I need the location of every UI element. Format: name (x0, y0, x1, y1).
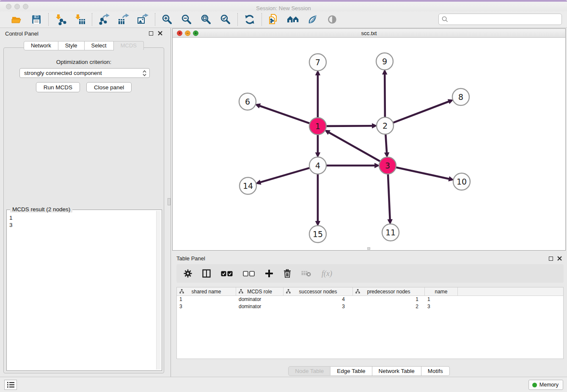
vertical-splitter[interactable] (168, 28, 171, 377)
deselect-all-button[interactable] (243, 271, 255, 276)
zoom-selected-button[interactable] (219, 13, 232, 26)
export-image-button[interactable] (137, 13, 149, 26)
close-panel-button[interactable]: Close panel (86, 82, 132, 92)
import-network-icon (55, 14, 66, 25)
splitter-grip[interactable] (168, 198, 171, 205)
edge-2-8[interactable] (394, 102, 449, 123)
delete-table-icon (301, 270, 311, 277)
unchecked-boxes-icon (243, 271, 255, 276)
mcds-result-scrollbar[interactable] (156, 211, 161, 370)
tab-node-table[interactable]: Node Table (288, 366, 330, 376)
zoom-in-icon (162, 14, 173, 25)
column-header-predecessor-nodes[interactable]: predecessor nodes (353, 287, 425, 295)
refresh-view-button[interactable] (243, 13, 256, 26)
cell: 4 (284, 296, 353, 303)
table-row-1[interactable]: 1dominator411 (177, 296, 563, 303)
column-header-shared-name[interactable]: shared name (177, 287, 236, 295)
export-table-button[interactable] (117, 13, 130, 26)
graph-node-label-9: 9 (382, 57, 387, 66)
import-network-button[interactable] (54, 13, 67, 26)
close-table-panel-icon[interactable] (557, 256, 562, 261)
tab-motifs[interactable]: Motifs (421, 366, 450, 376)
folder-open-icon (11, 14, 22, 25)
control-panel-header: Control Panel (0, 28, 168, 39)
first-neighbors-button[interactable] (287, 13, 300, 26)
duplicate-network-button[interactable] (267, 13, 280, 26)
tab-network-table[interactable]: Network Table (372, 366, 421, 376)
chevron-up-down-icon (142, 70, 147, 77)
float-table-panel-icon[interactable] (549, 257, 553, 261)
cell: 1 (425, 296, 458, 303)
table-row-2[interactable]: 3dominator323 (177, 303, 563, 310)
edge-1-2[interactable] (327, 126, 372, 126)
select-all-button[interactable] (221, 271, 233, 276)
tab-edge-table[interactable]: Edge Table (330, 366, 372, 376)
network-graph[interactable]: 7968124314101511 (173, 38, 565, 250)
gear-icon (184, 269, 192, 278)
delete-table-button[interactable] (301, 270, 311, 277)
cell: dominator (236, 303, 284, 310)
mcds-result-text: 1 3 (9, 214, 156, 369)
function-builder-button[interactable]: f(x) (322, 269, 332, 278)
save-icon (31, 14, 41, 25)
run-mcds-button[interactable]: Run MCDS (36, 82, 80, 92)
column-visibility-button[interactable] (202, 269, 211, 278)
tab-mcds[interactable]: MCDS (114, 41, 144, 50)
mcds-buttons-row: Run MCDS Close panel (4, 82, 164, 92)
zoom-out-button[interactable] (180, 13, 193, 26)
control-panel: Control Panel NetworkStyleSelectMCDS Opt… (0, 28, 168, 377)
import-table-button[interactable] (74, 13, 86, 26)
zoom-fit-icon (201, 14, 212, 25)
edge-2-3[interactable] (385, 135, 387, 152)
zoom-fit-button[interactable] (200, 13, 212, 26)
memory-button[interactable]: Memory (528, 380, 563, 390)
sort-hierarchy-icon (355, 289, 360, 294)
table-settings-button[interactable] (184, 269, 192, 278)
graph-node-label-1: 1 (315, 121, 320, 131)
eye-button[interactable] (326, 13, 339, 26)
export-network-button[interactable] (98, 13, 110, 26)
tab-network[interactable]: Network (24, 41, 58, 50)
graph-node-label-6: 6 (245, 97, 250, 106)
graph-node-label-3: 3 (385, 161, 390, 170)
delete-column-button[interactable] (284, 269, 291, 278)
criterion-dropdown[interactable]: strongly connected component (19, 68, 150, 78)
graph-node-label-2: 2 (383, 121, 388, 130)
column-header-successor-nodes[interactable]: successor nodes (284, 287, 353, 295)
zoom-in-button[interactable] (161, 13, 173, 26)
column-header-MCDS-role[interactable]: MCDS role (236, 287, 284, 295)
hide-annotations-button[interactable] (306, 13, 319, 26)
brush-slash-icon (307, 14, 318, 25)
checked-boxes-icon (221, 271, 233, 276)
houses-icon (287, 14, 300, 25)
tab-style[interactable]: Style (58, 41, 85, 50)
open-session-button[interactable] (11, 13, 23, 26)
tab-select[interactable]: Select (85, 41, 114, 50)
float-panel-icon[interactable] (149, 31, 153, 36)
edge-4-14[interactable] (261, 168, 309, 182)
main-area: Control Panel NetworkStyleSelectMCDS Opt… (0, 28, 567, 377)
column-header-name[interactable]: name (425, 287, 458, 295)
right-column: × − + scc.txt 7968124314101511 Table Pan… (171, 28, 567, 377)
network-resize-grip[interactable] (367, 247, 370, 250)
edge-3-10[interactable] (396, 167, 449, 179)
edge-3-11[interactable] (388, 174, 390, 219)
edge-2-9[interactable] (385, 75, 385, 117)
zoom-selected-icon (220, 14, 231, 25)
main-toolbar (0, 11, 567, 28)
search-input[interactable] (450, 15, 561, 24)
column-header-filler (458, 287, 563, 295)
zoom-out-icon (181, 14, 192, 25)
close-panel-icon[interactable] (158, 31, 162, 36)
graph-node-label-15: 15 (313, 229, 323, 239)
network-window-title: scc.txt (173, 29, 565, 38)
network-canvas[interactable]: 7968124314101511 (173, 38, 565, 250)
save-session-button[interactable] (30, 13, 43, 26)
add-column-button[interactable] (265, 269, 273, 278)
status-bar: Memory (0, 377, 567, 392)
edge-3-1[interactable] (329, 133, 380, 161)
edge-1-6[interactable] (260, 106, 309, 123)
task-history-button[interactable] (4, 380, 17, 390)
cell: 2 (353, 303, 425, 310)
cell: 1 (177, 296, 236, 303)
